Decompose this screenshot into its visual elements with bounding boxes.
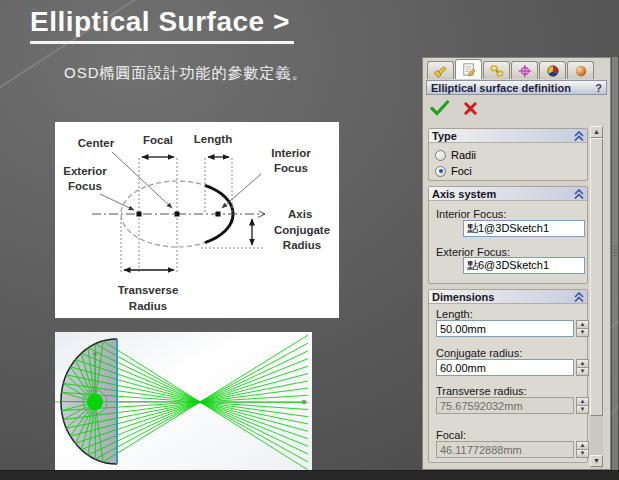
label-exterior-1: Exterior [63, 165, 107, 177]
group-dimensions-title: Dimensions [432, 291, 494, 303]
spin-up-icon: ▲ [576, 441, 589, 449]
panel-title: Elliptical surface definition [431, 82, 571, 94]
label-transverse-2: Radius [129, 300, 167, 312]
group-dimensions-header[interactable]: Dimensions [429, 290, 587, 304]
slide-subtitle: OSD橢圓面設計功能的參數定義。 [64, 64, 308, 83]
focal-label: Focal: [436, 429, 466, 441]
transverse-spinner: ▲▼ [576, 397, 589, 414]
collapse-chevron-icon[interactable] [574, 131, 584, 141]
source-glow [87, 394, 103, 410]
panel-scrollbar[interactable]: ▲ ▼ [590, 126, 603, 469]
radio-radii-label: Radii [451, 149, 476, 161]
label-axis: Axis [288, 208, 312, 220]
slide-bottom-bar [0, 470, 619, 480]
radio-foci-label: Foci [451, 165, 472, 177]
spin-up-icon: ▲ [576, 359, 589, 367]
focal-spinner: ▲▼ [576, 441, 589, 458]
help-button[interactable]: ? [595, 82, 602, 94]
scroll-thumb[interactable] [590, 138, 603, 416]
panel-splitter[interactable] [612, 57, 618, 470]
ok-button[interactable] [429, 100, 451, 117]
property-manager-icon [461, 62, 477, 77]
focal-input [436, 441, 574, 458]
interior-focus-label: Interior Focus: [436, 208, 506, 220]
x-icon [463, 101, 478, 116]
panel-title-bar: Elliptical surface definition ? [426, 80, 607, 95]
conjugate-spinner[interactable]: ▲▼ [576, 359, 589, 376]
wrench-icon [433, 64, 449, 78]
label-center: Center [78, 137, 115, 149]
panel-tab-bar [427, 59, 595, 80]
label-length: Length [194, 133, 232, 145]
conjugate-radius-label: Conjugate radius: [436, 347, 522, 359]
exterior-focus-input[interactable] [463, 257, 585, 274]
tab-features[interactable] [427, 61, 454, 79]
crosshair-icon [517, 64, 533, 78]
label-conjugate-1: Conjugate [274, 224, 330, 236]
parameter-diagram: Center Focal Length Interior Focus Exter… [55, 122, 339, 318]
spin-down-icon: ▼ [576, 367, 589, 376]
interior-focus-input[interactable] [463, 220, 585, 237]
spin-up-icon: ▲ [576, 397, 589, 405]
length-spinner[interactable]: ▲▼ [576, 320, 589, 337]
tab-property-manager[interactable] [455, 59, 482, 79]
radio-radii-circle[interactable] [435, 150, 446, 161]
spin-down-icon: ▼ [576, 405, 589, 414]
color-wheel-icon [545, 64, 561, 78]
ray-trace-image [55, 332, 312, 470]
cancel-button[interactable] [459, 100, 481, 117]
group-dimensions: Dimensions Length: ▲▼ Conjugate radius: … [428, 289, 588, 463]
tab-configurations[interactable] [483, 61, 510, 79]
group-type-header[interactable]: Type [429, 129, 587, 143]
label-conjugate-2: Radius [283, 239, 321, 251]
spin-up-icon: ▲ [576, 320, 589, 328]
splitter-grip [613, 246, 617, 256]
radio-foci-circle[interactable] [435, 166, 446, 177]
property-manager-panel: Elliptical surface definition ? Type Rad… [422, 57, 611, 470]
radio-foci[interactable]: Foci [435, 165, 472, 177]
spin-down-icon: ▼ [576, 449, 589, 458]
group-type: Type Radii Foci [428, 128, 588, 181]
collapse-chevron-icon[interactable] [574, 189, 584, 199]
construction-lines [121, 158, 263, 274]
collapse-chevron-icon[interactable] [574, 292, 584, 302]
group-axis-header[interactable]: Axis system [429, 187, 587, 201]
group-axis-system: Axis system Interior Focus: Exterior Foc… [428, 186, 588, 284]
transverse-radius-label: Transverse radius: [436, 385, 527, 397]
group-type-title: Type [432, 130, 457, 142]
sphere-icon [573, 64, 589, 78]
conjugate-radius-input[interactable] [436, 359, 574, 376]
radio-radii[interactable]: Radii [435, 149, 476, 161]
transverse-radius-input [436, 397, 574, 414]
tab-appearances[interactable] [567, 61, 594, 79]
length-label: Length: [436, 308, 473, 320]
tab-display-pane[interactable] [539, 61, 566, 79]
tab-dimxpert[interactable] [511, 61, 538, 79]
slide-title: Elliptical Surface > [30, 6, 294, 44]
scroll-up-button[interactable]: ▲ [590, 126, 603, 138]
label-interior-2: Focus [274, 162, 308, 174]
scroll-down-button[interactable]: ▼ [590, 455, 603, 467]
length-input[interactable] [436, 320, 574, 337]
check-icon [430, 100, 450, 116]
spin-down-icon: ▼ [576, 328, 589, 337]
link-icon [489, 64, 505, 78]
label-interior-1: Interior [271, 147, 311, 159]
label-focal: Focal [143, 134, 173, 146]
label-transverse-1: Transverse [118, 284, 179, 296]
label-exterior-2: Focus [68, 180, 102, 192]
group-axis-title: Axis system [432, 188, 496, 200]
